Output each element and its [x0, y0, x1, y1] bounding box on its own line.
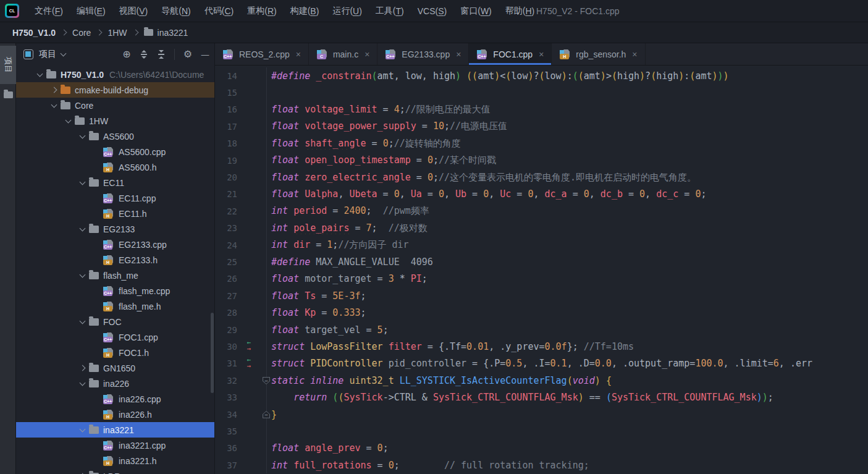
tree-item-FOC1.h[interactable]: HFOC1.h [16, 345, 214, 360]
tab-EG2133.cpp[interactable]: C++EG2133.cpp× [377, 43, 469, 65]
gutter[interactable]: 16 [215, 101, 267, 118]
line-number[interactable]: 34 [215, 410, 237, 420]
code-line-17[interactable]: 17float voltage_power_supply = 10;//电源电压… [215, 118, 868, 135]
line-number[interactable]: 27 [215, 291, 237, 301]
line-number[interactable]: 31 [215, 358, 237, 368]
gutter[interactable]: 25 [215, 253, 267, 270]
line-number[interactable]: 35 [215, 426, 237, 436]
tab-rgb_sensor.h[interactable]: Hrgb_sensor.h× [552, 43, 645, 65]
code-line-23[interactable]: 23int pole_pairs = 7; //极对数 [215, 220, 868, 237]
tree-item-ina226.h[interactable]: Hina226.h [16, 407, 214, 422]
chevron-right-icon[interactable] [76, 366, 89, 370]
gutter[interactable]: 37 [215, 457, 267, 473]
tree-item-ina3221[interactable]: ina3221 [16, 422, 214, 438]
settings-gear-icon[interactable]: ⚙ [183, 49, 192, 59]
code-line-26[interactable]: 26float motor_target = 3 * PI; [215, 271, 868, 287]
tree-item-EG2133.h[interactable]: HEG2133.h [16, 252, 214, 268]
tree-item-cmake-build-debug[interactable]: cmake-build-debug [16, 82, 214, 98]
tree-item-AS5600.cpp[interactable]: C++AS5600.cpp [16, 144, 214, 159]
tree-item-EC11.cpp[interactable]: C++EC11.cpp [16, 190, 214, 206]
expand-all-icon[interactable] [140, 50, 148, 59]
tab-FOC1.cpp[interactable]: C++FOC1.cpp× [469, 43, 552, 65]
tree-item-EC11[interactable]: EC11 [16, 175, 214, 190]
gutter[interactable]: 22 [215, 203, 267, 219]
tree-item-AS5600[interactable]: AS5600 [16, 129, 214, 144]
code-area[interactable]: 14#define _constrain(amt, low, high) ((a… [215, 66, 868, 474]
code-line-22[interactable]: 22int period = 2400; //pwm频率 [215, 203, 868, 219]
tree-item-AS5600.h[interactable]: HAS5600.h [16, 159, 214, 175]
line-number[interactable]: 36 [215, 443, 237, 453]
code-line-37[interactable]: 37int full_rotations = 0; // full rotati… [215, 457, 868, 473]
gutter[interactable]: 28 [215, 304, 267, 321]
code-line-28[interactable]: 28float Kp = 0.333; [215, 304, 868, 321]
line-number[interactable]: 15 [215, 88, 237, 98]
gutter[interactable]: 24 [215, 237, 267, 253]
line-number[interactable]: 16 [215, 104, 237, 114]
close-tab-icon[interactable]: × [364, 49, 369, 59]
close-tab-icon[interactable]: × [296, 49, 301, 59]
line-number[interactable]: 33 [215, 392, 237, 402]
tree-item-ina226.cpp[interactable]: C++ina226.cpp [16, 391, 214, 407]
menu-item-B[interactable]: 构建(B) [284, 0, 326, 22]
code-line-32[interactable]: 32−static inline uint32_t LL_SYSTICK_IsA… [215, 372, 868, 389]
line-number[interactable]: 25 [215, 257, 237, 267]
line-number[interactable]: 28 [215, 308, 237, 318]
line-number[interactable]: 19 [215, 156, 237, 166]
tree-item-FOC1.cpp[interactable]: C++FOC1.cpp [16, 329, 214, 345]
tree-item-Core[interactable]: Core [16, 98, 214, 113]
code-line-16[interactable]: 16float voltage_limit = 4;//限制电压的最大值 [215, 101, 868, 118]
tree-item-GN1650[interactable]: GN1650 [16, 360, 214, 376]
gutter[interactable]: 23 [215, 220, 267, 237]
code-line-31[interactable]: 31←→struct PIDController pid_controller … [215, 355, 868, 372]
gutter[interactable]: 15 [215, 84, 267, 101]
tree-item-LDR[interactable]: LDR [16, 468, 214, 474]
collapse-all-icon[interactable] [157, 50, 166, 59]
line-number[interactable]: 14 [215, 71, 237, 81]
menu-item-H[interactable]: 帮助(H) [499, 0, 541, 22]
tree-item-ina3221.cpp[interactable]: C++ina3221.cpp [16, 438, 214, 453]
tree-item-H750_V1.0[interactable]: H750_V1.0C:\Users\64241\Docume [16, 67, 214, 82]
chevron-down-icon[interactable] [76, 228, 89, 231]
menu-item-F[interactable]: 文件(F) [28, 0, 70, 22]
gutter[interactable]: 34− [215, 406, 267, 423]
code-line-19[interactable]: 19float open_loop_timestamp = 0;//某个时间戳 [215, 152, 868, 169]
code-line-30[interactable]: 30←→struct LowPassFilter filter = {.Tf=0… [215, 338, 868, 355]
gutter[interactable]: 14 [215, 67, 267, 84]
line-number[interactable]: 30 [215, 342, 237, 352]
code-line-35[interactable]: 35 [215, 423, 868, 439]
gutter[interactable]: 20 [215, 169, 267, 185]
menu-item-C[interactable]: 代码(C) [198, 0, 240, 22]
chevron-down-icon[interactable] [76, 383, 89, 385]
line-number[interactable]: 32 [215, 376, 237, 386]
gutter[interactable]: 33 [215, 389, 267, 405]
chevron-down-icon[interactable] [76, 135, 89, 138]
code-line-20[interactable]: 20float zero_electric_angle = 0;//这个变量表示… [215, 169, 868, 185]
tree-item-flash_me.cpp[interactable]: C++flash_me.cpp [16, 283, 214, 298]
menu-item-W[interactable]: 窗口(W) [453, 0, 499, 22]
chevron-down-icon[interactable] [76, 182, 89, 184]
menu-item-V[interactable]: 视图(V) [112, 0, 155, 22]
breadcrumb-item-Core[interactable]: Core [72, 28, 91, 38]
chevron-down-icon[interactable] [62, 120, 75, 122]
tab-main.c[interactable]: Cmain.c× [309, 43, 377, 65]
code-line-34[interactable]: 34−} [215, 406, 868, 423]
gutter[interactable]: 36 [215, 440, 267, 457]
gutter[interactable]: 31←→ [215, 355, 267, 372]
close-tab-icon[interactable]: × [456, 49, 461, 59]
hide-panel-icon[interactable]: — [201, 49, 209, 59]
line-number[interactable]: 20 [215, 172, 237, 182]
changed-lines-arrows-icon[interactable]: ←→ [245, 340, 253, 352]
code-line-24[interactable]: 24int dir = 1;//方向因子 dir [215, 237, 868, 253]
tree-item-flash_me.h[interactable]: Hflash_me.h [16, 298, 214, 314]
code-line-27[interactable]: 27float Ts = 5E-3f; [215, 287, 868, 304]
line-number[interactable]: 18 [215, 138, 237, 148]
chevron-right-icon[interactable] [48, 88, 61, 92]
code-line-36[interactable]: 36float angle_prev = 0; [215, 440, 868, 457]
gutter[interactable]: 27 [215, 287, 267, 304]
fold-marker-icon[interactable]: − [263, 411, 270, 418]
tab-REOS_2.cpp[interactable]: C++REOS_2.cpp× [215, 43, 309, 65]
menu-item-T[interactable]: 工具(T) [369, 0, 411, 22]
menu-item-U[interactable]: 运行(U) [326, 0, 368, 22]
code-line-15[interactable]: 15 [215, 84, 868, 101]
line-number[interactable]: 23 [215, 223, 237, 233]
